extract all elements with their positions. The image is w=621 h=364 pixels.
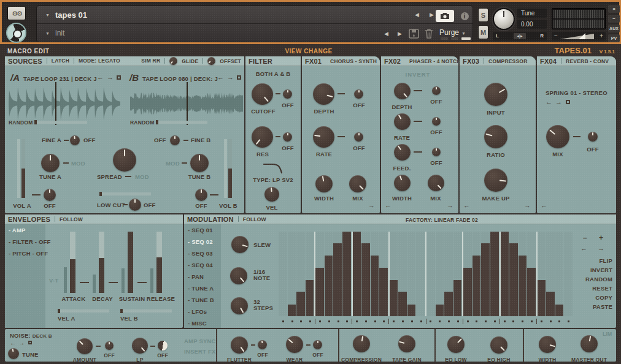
vol-b-mod-knob[interactable] — [195, 189, 207, 201]
seq-step-23[interactable] — [481, 232, 490, 316]
spread-knob[interactable] — [113, 148, 136, 172]
gear-icon[interactable]: ⚙⚙ — [7, 6, 26, 20]
fx03-makeup-knob[interactable] — [484, 169, 507, 192]
seq-step-25[interactable] — [500, 232, 509, 316]
width-knob[interactable] — [539, 336, 556, 353]
fx04-stop-icon[interactable] — [566, 100, 570, 104]
cutoff-mod-knob[interactable] — [283, 89, 292, 99]
noise-next-button[interactable]: → — [18, 340, 25, 346]
fx01-rate-knob[interactable] — [313, 126, 334, 148]
fx04-ir-name[interactable]: SPRING 01 - STEREO — [546, 89, 608, 96]
seq-step-26[interactable] — [509, 232, 518, 316]
seq-step-22[interactable] — [472, 232, 481, 316]
seq-step-20[interactable] — [453, 232, 462, 316]
spread-mod-label[interactable]: MOD — [135, 173, 149, 180]
release-slider[interactable] — [150, 232, 162, 293]
fx02-rate-knob[interactable] — [394, 113, 411, 130]
filter-type-button[interactable]: TYPE: LP SV2 — [253, 176, 293, 183]
fx01-depth-mod-knob[interactable] — [354, 89, 363, 99]
flutter-knob[interactable] — [231, 336, 248, 354]
sustain-slider[interactable] — [122, 232, 133, 293]
deck-a-label[interactable]: TAPE LOOP 231 | DECK J — [23, 75, 97, 82]
insert-fx-button[interactable]: INSERT FX — [184, 348, 215, 355]
rate-knob[interactable] — [230, 267, 247, 284]
filter-routing-button[interactable]: BOTH A & B — [256, 70, 291, 77]
noise-prev-button[interactable]: ← — [10, 340, 16, 346]
lim-label[interactable]: LIM — [603, 331, 612, 337]
seq-step-13[interactable] — [388, 232, 398, 316]
snapshot-camera-icon[interactable] — [436, 10, 454, 22]
seq-step-3[interactable] — [296, 232, 305, 316]
random-b-slider[interactable] — [156, 121, 207, 124]
deck-b-waveform[interactable] — [130, 86, 243, 121]
fx04-mix-mod-knob[interactable] — [588, 132, 598, 142]
preset-name[interactable]: init — [55, 29, 64, 37]
deck-a-prev-button[interactable]: ← — [97, 74, 104, 81]
fx01-next-page-button[interactable]: → — [368, 202, 375, 209]
fx01-mix-knob[interactable] — [349, 175, 366, 192]
fx04-next-ir-button[interactable]: → — [555, 99, 562, 105]
solo-button[interactable]: S — [478, 8, 488, 22]
pan-handle[interactable]: ◂|▸ — [514, 33, 526, 39]
seq-shift-right-button[interactable]: → — [598, 245, 604, 252]
vol-b-fader[interactable] — [228, 139, 232, 198]
latch-button[interactable]: LATCH — [52, 58, 69, 64]
noise-amount-knob[interactable] — [77, 338, 93, 354]
seq-step-2[interactable] — [288, 232, 296, 316]
fx04-mix-knob[interactable] — [546, 125, 569, 148]
fx03-next-page-button[interactable]: → — [524, 202, 531, 209]
purge-dropdown[interactable]: Purge — [439, 28, 459, 37]
fx02-depth-mod-knob[interactable] — [432, 86, 441, 95]
noise-stop-icon[interactable] — [28, 341, 32, 344]
seq-step-4[interactable] — [306, 232, 314, 316]
eq-low-knob[interactable] — [447, 336, 465, 353]
envelope-target-item[interactable]: - PITCH - OFF — [5, 248, 45, 259]
modulation-target-item[interactable]: - SEQ 03 — [184, 248, 221, 259]
tune-a-mod-label[interactable]: MOD — [71, 160, 85, 167]
compression-knob[interactable] — [353, 335, 370, 352]
slew-knob[interactable] — [231, 236, 249, 253]
next-preset-button[interactable]: ▶ — [398, 31, 402, 37]
mode-button[interactable]: MODE: LEGATO — [79, 58, 120, 64]
seq-copy-button[interactable]: COPY — [595, 294, 612, 301]
flutter-mod-knob[interactable] — [258, 340, 267, 349]
glide-knob[interactable] — [169, 57, 177, 65]
seq-step-6[interactable] — [325, 232, 333, 316]
low-cut-knob[interactable] — [129, 199, 141, 211]
macro-edit-label[interactable]: MACRO EDIT — [7, 48, 49, 55]
minimize-icon[interactable]: − — [608, 15, 620, 23]
fx01-depth-knob[interactable] — [313, 83, 334, 105]
decay-slider[interactable] — [93, 232, 104, 293]
seq-paste-button[interactable]: PASTE — [593, 303, 612, 310]
seq-shift-left-button[interactable]: ← — [580, 245, 587, 252]
vel-a-slider[interactable] — [58, 309, 109, 313]
envelope-sliders[interactable] — [64, 232, 168, 293]
deck-b-stop-icon[interactable] — [237, 75, 241, 80]
vol-a-fader[interactable] — [21, 139, 25, 198]
seq-step-12[interactable] — [379, 232, 388, 316]
fx01-rate-mod-knob[interactable] — [354, 132, 363, 142]
sim-rr-button[interactable]: SIM RR — [141, 58, 160, 64]
tune-value-box[interactable]: 0.00 — [517, 20, 547, 29]
fx02-rate-mod-knob[interactable] — [432, 117, 441, 126]
envelope-target-item[interactable]: - AMP — [5, 224, 45, 236]
tune-knob[interactable] — [493, 8, 515, 30]
fx03-ratio-knob[interactable] — [484, 125, 507, 148]
modulation-target-item[interactable]: - PAN — [184, 271, 221, 282]
seq-flip-button[interactable]: FLIP — [600, 257, 612, 264]
seq-step-5[interactable] — [314, 232, 324, 316]
pv-button[interactable]: PV — [608, 34, 620, 42]
seq-step-19[interactable] — [444, 232, 453, 316]
modulation-target-item[interactable]: - LFOs — [184, 306, 221, 317]
seq-random-button[interactable]: RANDOM — [585, 276, 612, 282]
seq-reset-button[interactable]: RESET — [592, 285, 612, 292]
fx02-depth-knob[interactable] — [394, 83, 411, 99]
envelopes-follow-button[interactable]: FOLLOW — [60, 216, 83, 222]
deck-b-prev-button[interactable]: ← — [217, 74, 224, 81]
modulation-target-item[interactable]: - SEQ 04 — [184, 259, 221, 271]
fx04-prev-page-button[interactable]: ← — [541, 202, 547, 209]
mute-button[interactable]: M — [478, 25, 488, 39]
modulation-target-item[interactable]: - MISC — [184, 317, 221, 329]
seq-step-27[interactable] — [519, 232, 527, 316]
fx04-prev-ir-button[interactable]: ← — [546, 99, 552, 105]
